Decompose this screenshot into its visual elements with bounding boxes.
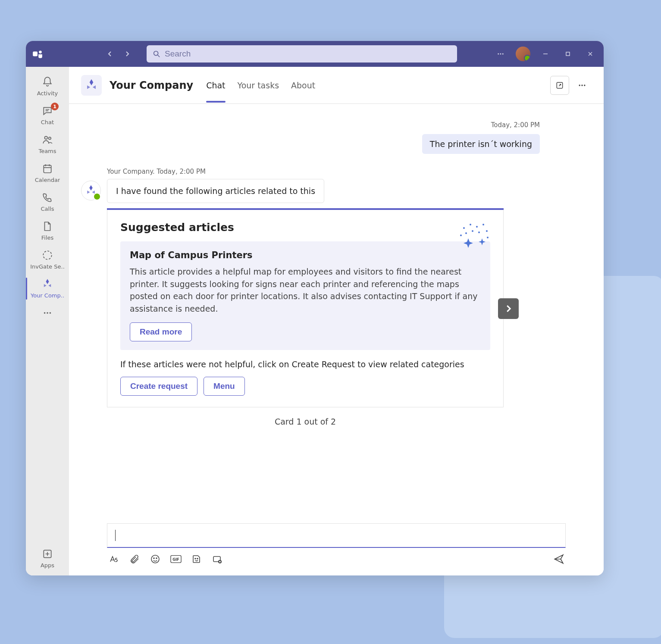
svg-point-26 (579, 84, 580, 86)
svg-point-40 (154, 558, 154, 559)
user-timestamp: Today, 2:00 PM (81, 121, 592, 129)
sparkle-decoration-icon (457, 220, 492, 250)
search-input[interactable] (165, 49, 451, 59)
nav-forward-button[interactable] (120, 47, 135, 61)
bot-message: I have found the following articles rela… (107, 179, 324, 203)
emoji-icon[interactable] (149, 553, 161, 565)
chat-header: Your Company Chat Your tasks About (69, 67, 604, 104)
tab-chat[interactable]: Chat (206, 69, 225, 102)
bot-meta: Your Company. Today, 2:00 PM (107, 168, 592, 175)
read-more-button[interactable]: Read more (130, 322, 192, 341)
send-button[interactable] (553, 553, 565, 565)
svg-point-1 (39, 50, 42, 53)
sticker-icon[interactable] (191, 553, 203, 565)
app-rail: Activity 1 Chat Teams Calendar (26, 67, 69, 575)
titlebar (26, 41, 604, 67)
create-request-button[interactable]: Create request (120, 377, 197, 396)
rail-item-apps[interactable]: Apps (26, 544, 69, 575)
window-close-button[interactable] (583, 47, 598, 61)
article-title: Map of Campus Printers (130, 250, 481, 260)
window-maximize-button[interactable] (561, 47, 575, 61)
rail-item-chat[interactable]: 1 Chat (26, 101, 69, 130)
svg-rect-0 (33, 52, 38, 56)
svg-point-2 (154, 51, 158, 56)
card-hint: If these articles were not helpful, clic… (120, 360, 490, 369)
chat-badge: 1 (51, 103, 59, 110)
svg-point-3 (498, 53, 499, 55)
tabs: Chat Your tasks About (206, 69, 315, 102)
svg-point-19 (44, 312, 46, 314)
svg-point-34 (478, 231, 480, 233)
card-next-button[interactable] (498, 298, 519, 319)
article-box: Map of Campus Printers This article prov… (120, 241, 490, 350)
svg-point-39 (151, 555, 159, 563)
rail-item-calls[interactable]: Calls (26, 188, 69, 216)
app-name: Your Company (110, 79, 193, 91)
rail-item-activity[interactable]: Activity (26, 72, 69, 101)
card-counter: Card 1 out of 2 (107, 407, 504, 430)
app-avatar (81, 75, 102, 96)
svg-point-36 (465, 232, 467, 234)
svg-point-41 (156, 558, 157, 559)
tab-about[interactable]: About (291, 69, 315, 102)
invgate-icon (41, 249, 54, 262)
teams-logo-icon (32, 48, 43, 59)
titlebar-more-button[interactable] (493, 47, 508, 61)
attach-icon[interactable] (128, 553, 141, 565)
bell-icon (41, 75, 54, 88)
svg-point-21 (50, 312, 51, 314)
svg-point-30 (470, 224, 471, 225)
svg-point-27 (581, 84, 583, 86)
rail-item-your-company[interactable]: Your Comp.. (26, 274, 69, 303)
svg-point-35 (472, 230, 473, 232)
apps-icon (41, 547, 54, 560)
rail-item-calendar[interactable]: Calendar (26, 159, 69, 188)
adaptive-card: Suggested articles Map of Campus Printer… (107, 208, 504, 430)
nav-back-button[interactable] (103, 47, 117, 61)
popout-button[interactable] (550, 76, 569, 95)
svg-point-5 (502, 53, 504, 55)
people-icon (41, 133, 54, 146)
article-body: This article provides a helpful map for … (130, 266, 481, 315)
svg-rect-7 (566, 52, 570, 56)
phone-icon (41, 191, 54, 204)
card-title: Suggested articles (120, 221, 490, 234)
svg-point-29 (463, 227, 465, 229)
gif-icon[interactable]: GIF (170, 553, 182, 565)
svg-point-13 (49, 137, 51, 139)
svg-point-12 (45, 136, 48, 139)
file-icon (41, 220, 54, 233)
svg-point-18 (43, 251, 52, 259)
company-app-icon (41, 278, 54, 291)
svg-point-4 (500, 53, 501, 55)
svg-point-31 (476, 226, 478, 228)
more-icon (41, 306, 54, 319)
user-avatar[interactable] (516, 47, 530, 61)
svg-point-45 (197, 558, 198, 559)
chat-thread: Today, 2:00 PM The printer isn´t working… (69, 104, 604, 523)
card-insert-icon[interactable] (211, 553, 223, 565)
rail-item-more[interactable] (26, 303, 69, 324)
svg-point-37 (460, 234, 462, 236)
calendar-icon (41, 162, 54, 175)
tab-your-tasks[interactable]: Your tasks (238, 69, 279, 102)
svg-point-28 (584, 84, 585, 86)
main-pane: Your Company Chat Your tasks About Today… (69, 67, 604, 575)
svg-point-38 (487, 237, 489, 238)
rail-item-invgate[interactable]: InvGate Se.. (26, 245, 69, 274)
rail-item-teams[interactable]: Teams (26, 130, 69, 159)
menu-button[interactable]: Menu (204, 377, 245, 396)
rail-item-files[interactable]: Files (26, 216, 69, 245)
composer: GIF (69, 523, 604, 575)
user-message: The printer isn´t working (422, 134, 540, 154)
bot-avatar (81, 181, 101, 200)
window-minimize-button[interactable] (538, 47, 553, 61)
svg-point-32 (482, 224, 484, 225)
svg-point-20 (47, 312, 48, 314)
search-box[interactable] (147, 45, 457, 63)
svg-rect-14 (44, 165, 51, 172)
teams-window: Activity 1 Chat Teams Calendar (26, 41, 604, 575)
header-more-button[interactable] (573, 76, 592, 95)
message-input[interactable] (107, 523, 566, 548)
format-icon[interactable] (108, 553, 120, 565)
